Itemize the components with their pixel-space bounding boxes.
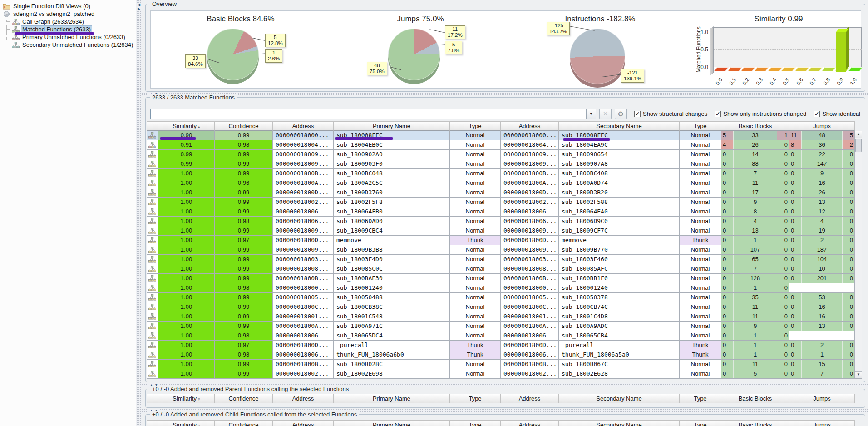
column-header-icon[interactable]: [147, 420, 158, 426]
sort-indicator-icon: ▴: [198, 124, 200, 129]
column-header-secondary-name[interactable]: Secondary Name: [559, 394, 680, 403]
column-header-secondary-name[interactable]: Secondary Name: [559, 121, 680, 131]
column-header-primary-name[interactable]: Primary Name: [334, 394, 450, 403]
table-row[interactable]: 1.000.99000000018006...sub_180064FB0Norm…: [147, 207, 855, 217]
vertical-scrollbar[interactable]: ▲ ▼: [855, 131, 862, 379]
checkbox-box[interactable]: ✓: [715, 111, 721, 117]
column-header-jumps[interactable]: Jumps: [789, 394, 855, 403]
overview-table-splitter[interactable]: ▲ ▼: [142, 92, 868, 96]
sidebar-item-6[interactable]: Secondary Unmatched Functions (1/2634): [0, 41, 136, 49]
column-header-type[interactable]: Type: [680, 420, 721, 426]
confidence-cell: 0.99: [215, 369, 273, 379]
table-row[interactable]: 1.000.99000000018009...sub_18009CBC4Norm…: [147, 226, 855, 236]
added-count: 0: [777, 312, 789, 321]
matched-count: 15: [801, 360, 843, 369]
matched-count: 53: [801, 293, 843, 302]
column-header-address[interactable]: Address: [501, 394, 559, 403]
table-row[interactable]: 1.000.99000000018001...sub_18001C548Norm…: [147, 312, 855, 322]
scroll-down-icon[interactable]: ▼: [855, 371, 862, 378]
column-header-address[interactable]: Address: [501, 420, 559, 426]
count-cell: 0120: [789, 207, 855, 217]
table-row[interactable]: 1.000.99000000018002...sub_18002F5F8Norm…: [147, 198, 855, 207]
table-row[interactable]: 1.000.98000000018006...thunk_FUN_18006a6…: [147, 350, 855, 360]
column-header-type[interactable]: Type: [450, 121, 501, 131]
column-header-confidence[interactable]: Confidence: [215, 121, 273, 131]
column-header-address[interactable]: Address: [273, 121, 334, 131]
table-row[interactable]: 1.000.99000000018003...sub_18003F4D0Norm…: [147, 255, 855, 264]
table-row[interactable]: 1.000.9900000001800B...sub_1800BAE30Norm…: [147, 274, 855, 283]
table-row[interactable]: 1.000.98000000018006...sub_18006DAD0Norm…: [147, 217, 855, 226]
column-header-primary-name[interactable]: Primary Name: [334, 420, 450, 426]
table-row[interactable]: 1.000.9900000001800D...sub_1800D3760Norm…: [147, 188, 855, 198]
column-header-secondary-name[interactable]: Secondary Name: [559, 420, 680, 426]
column-header-confidence[interactable]: Confidence: [215, 394, 273, 403]
primary-address-cell: 000000018006...: [273, 207, 334, 217]
table-row[interactable]: 1.000.9900000001800A...sub_1800A971CNorm…: [147, 322, 855, 331]
table-row[interactable]: 1.000.99000000018002...sub_18002E698Norm…: [147, 369, 855, 379]
column-header-address[interactable]: Address: [273, 394, 334, 403]
vertical-splitter[interactable]: ◀▶: [136, 0, 142, 426]
table-row[interactable]: 1.000.9900000001800B...sub_1800BC048Norm…: [147, 169, 855, 178]
secondary-type-cell: Normal: [680, 245, 721, 255]
column-header-icon[interactable]: [147, 121, 158, 131]
clear-filter-button[interactable]: ✕: [599, 109, 612, 119]
annotation-underline-4: [563, 138, 610, 141]
column-header-similarity[interactable]: Similarity▴: [158, 121, 215, 131]
table-row[interactable]: 1.000.99000000018005...sub_180050488Norm…: [147, 293, 855, 302]
filter-settings-button[interactable]: ⚙: [615, 109, 627, 119]
filter-combobox[interactable]: ▼: [150, 109, 596, 119]
table-row[interactable]: 1.000.98000000018000...sub_180001240Norm…: [147, 283, 855, 293]
sidebar-item-1[interactable]: Single Function Diff Views (0): [0, 2, 136, 10]
column-header-address[interactable]: Address: [501, 121, 559, 131]
secondary-type-cell: Normal: [680, 150, 721, 159]
column-header-type[interactable]: Type: [680, 394, 721, 403]
column-header-type[interactable]: Type: [450, 420, 501, 426]
table-row[interactable]: 1.000.9700000001800D..._purecallThunk000…: [147, 341, 855, 350]
table-row[interactable]: 1.000.9900000001800C...sub_1800CB38CNorm…: [147, 302, 855, 312]
added-count: 0: [843, 169, 854, 178]
table-row[interactable]: 1.000.99000000018009...sub_18009B3B8Norm…: [147, 245, 855, 255]
floor-segment: [808, 67, 823, 71]
column-header-similarity[interactable]: Similarity▿: [158, 420, 215, 426]
column-header-basic-blocks[interactable]: Basic Blocks: [721, 420, 789, 426]
column-header-type[interactable]: Type: [680, 121, 721, 131]
column-header-icon[interactable]: [147, 394, 158, 403]
checkbox-box[interactable]: ✓: [634, 111, 641, 117]
filter-input[interactable]: [150, 109, 586, 119]
checkbox-show-only-instructions-changed[interactable]: ✓Show only instructions changed: [715, 110, 806, 117]
checkbox-show-structural-changes[interactable]: ✓Show structural changes: [634, 110, 707, 117]
column-header-similarity[interactable]: Similarity▿: [158, 394, 215, 403]
similarity-cell: 0.91: [158, 140, 215, 150]
table-row[interactable]: 1.000.98000000018006...sub_180065DC4Norm…: [147, 331, 855, 341]
count-cell: 040: [789, 217, 855, 226]
column-header-confidence[interactable]: Confidence: [215, 420, 273, 426]
column-header-jumps[interactable]: Jumps: [789, 121, 855, 131]
table-row[interactable]: 0.990.99000000018009...sub_1800902A0Norm…: [147, 150, 855, 159]
sidebar-item-3[interactable]: Call Graph (2633/2634): [0, 18, 136, 25]
column-header-primary-name[interactable]: Primary Name: [334, 121, 450, 131]
table-row[interactable]: 0.990.99000000018009...sub_1800903F0Norm…: [147, 159, 855, 169]
splitter-collapse-icons[interactable]: ◀▶: [137, 3, 141, 11]
matched-count: 128: [733, 274, 777, 283]
removed-count: 0: [721, 274, 733, 283]
sidebar-item-2[interactable]: sdengin2 vs sdengin2_patched: [0, 10, 136, 18]
combo-dropdown-icon[interactable]: ▼: [586, 109, 596, 119]
column-header-basic-blocks[interactable]: Basic Blocks: [721, 121, 789, 131]
scroll-track[interactable]: [855, 153, 862, 371]
column-header-basic-blocks[interactable]: Basic Blocks: [721, 394, 789, 403]
scroll-thumb[interactable]: [855, 139, 862, 152]
table-row[interactable]: 1.000.9700000001800D...memmoveThunk00000…: [147, 236, 855, 245]
column-header-type[interactable]: Type: [450, 394, 501, 403]
scroll-up-icon[interactable]: ▲: [855, 131, 862, 138]
checkbox-show-identical[interactable]: ✓Show identical: [814, 110, 860, 117]
table-row[interactable]: 1.000.9900000001800B...sub_1800B02BCNorm…: [147, 360, 855, 369]
row-flowgraph-icon: [147, 150, 158, 159]
count-cell: [789, 283, 855, 293]
column-header-address[interactable]: Address: [273, 420, 334, 426]
column-header-jumps[interactable]: Jumps: [789, 420, 855, 426]
table-row[interactable]: 0.910.98000000018004...sub_18004EB0CNorm…: [147, 140, 855, 150]
table-row[interactable]: 1.000.9600000001800A...sub_1800A2C5CNorm…: [147, 178, 855, 188]
checkbox-box[interactable]: ✓: [814, 111, 820, 117]
table-row[interactable]: 1.000.99000000018008...sub_180085C0CNorm…: [147, 264, 855, 274]
table-row[interactable]: 0.900.99000000018000...sub_180008FECNorm…: [147, 131, 855, 140]
